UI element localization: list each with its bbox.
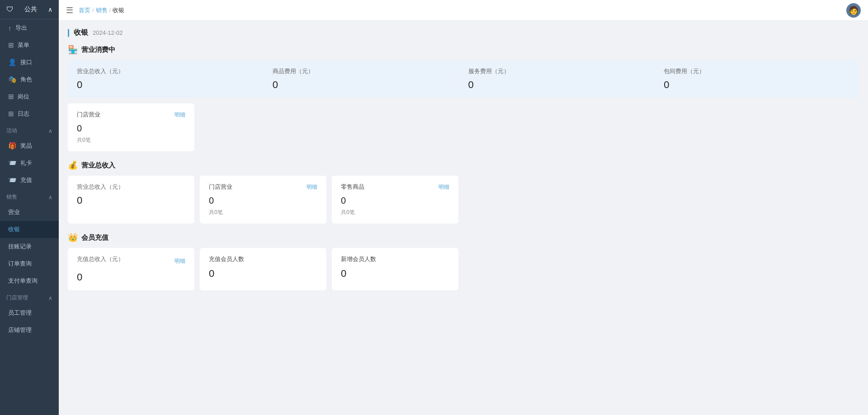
sidebar-item-label: 店铺管理: [8, 326, 32, 334]
stat-room-fee: 包间费用（元） 0: [655, 67, 850, 91]
stat-value: 0: [341, 268, 449, 280]
prize-icon: 🎁: [8, 142, 17, 150]
sidebar-item-pending[interactable]: 挂账记录: [0, 238, 59, 255]
stat-label: 包间费用（元）: [664, 67, 841, 75]
card-body: 0 共0笔: [77, 123, 185, 144]
page-content: 收银 2024-12-02 🏪 营业消费中 营业总收入（元） 0 商品费用（元）…: [59, 21, 868, 415]
sales-group-label: 销售: [6, 193, 17, 201]
sidebar-item-label: 接口: [20, 58, 32, 66]
sidebar-item-label: 支付单查询: [8, 277, 38, 285]
sidebar-item-label: 订单查询: [8, 260, 32, 268]
stat-service-fee: 服务费用（元） 0: [459, 67, 655, 91]
stat-label: 营业总收入（元）: [77, 183, 185, 191]
stat-label: 商品费用（元）: [273, 67, 450, 75]
stat-value: 0: [273, 79, 450, 91]
sidebar-item-label: 奖品: [20, 142, 32, 150]
sidebar-item-payment[interactable]: 支付单查询: [0, 272, 59, 289]
total-revenue-main-card: 营业总收入（元） 0: [68, 176, 194, 224]
store-group[interactable]: 门店管理 ∧: [0, 289, 59, 304]
chevron-up-icon: ∧: [48, 194, 52, 201]
store-revenue-card: 门店营业 明细 0 共0笔: [200, 176, 326, 224]
chevron-up-icon: ∧: [48, 128, 52, 134]
stat-goods-fee: 商品费用（元） 0: [264, 67, 459, 91]
section-member-recharge-header: 👑 会员充值: [68, 233, 859, 242]
sidebar-item-label: 角色: [20, 75, 32, 84]
stat-value: 0: [77, 195, 185, 206]
sidebar-item-label: 收银: [8, 225, 20, 233]
detail-link[interactable]: 明细: [175, 111, 185, 119]
recharge-icon: 📨: [8, 176, 17, 184]
sidebar-item-storemgmt[interactable]: 店铺管理: [0, 322, 59, 339]
export-icon: ↑: [8, 24, 12, 32]
sidebar-item-label: 导出: [15, 24, 27, 32]
card-sub: 共0笔: [341, 209, 449, 216]
shield-icon: 🛡: [6, 5, 14, 14]
sidebar-header: 🛡 公共 ∧: [0, 0, 59, 19]
breadcrumb-sales[interactable]: 销售: [96, 6, 108, 14]
sidebar-item[interactable]: ⊞ 日志: [0, 105, 59, 122]
section-total-revenue-header: 💰 营业总收入: [68, 160, 859, 170]
sidebar-item-label: 日志: [18, 110, 29, 118]
recharge-member-count-card: 充值会员人数 0: [200, 248, 326, 290]
menu-icon: ⊞: [8, 41, 14, 49]
sidebar-item-label: 挂账记录: [8, 242, 32, 251]
detail-link[interactable]: 明细: [439, 183, 449, 191]
member-recharge-icon: 👑: [68, 233, 78, 242]
store-group-label: 门店管理: [6, 294, 28, 302]
card-title: 新增会员人数: [341, 255, 449, 263]
stat-value: 0: [209, 268, 317, 280]
sidebar-item[interactable]: 🎁 奖品: [0, 137, 59, 154]
topbar: ☰ 首页 / 销售 / 收银 🧑: [59, 0, 868, 21]
stat-label: 充值总收入（元）: [77, 255, 124, 263]
section-business-active-header: 🏪 营业消费中: [68, 45, 859, 55]
recharge-total-card: 充值总收入（元） 明细 0: [68, 248, 194, 290]
sidebar-item[interactable]: 👤 接口: [0, 54, 59, 71]
interface-icon: 👤: [8, 58, 17, 66]
detail-link[interactable]: 明细: [175, 257, 185, 265]
role-icon: 🎭: [8, 75, 17, 84]
sidebar-item[interactable]: ⊞ 菜单: [0, 37, 59, 54]
position-icon: ⊞: [8, 93, 14, 101]
stat-value: 0: [77, 271, 185, 283]
card-value: 0: [341, 196, 449, 206]
sidebar-item-order[interactable]: 订单查询: [0, 255, 59, 272]
sidebar-item[interactable]: 🎭 角色: [0, 71, 59, 88]
card-sub: 共0笔: [209, 209, 317, 216]
section-business-active-title: 营业消费中: [81, 46, 115, 54]
card-title: 门店营业: [77, 111, 100, 119]
page-title: 收银: [74, 28, 88, 37]
avatar[interactable]: 🧑: [846, 3, 861, 18]
card-sub: 共0笔: [77, 136, 185, 144]
sidebar-item[interactable]: 📨 充值: [0, 172, 59, 189]
sidebar-item[interactable]: ↑ 导出: [0, 19, 59, 37]
section-member-recharge: 👑 会员充值 充值总收入（元） 明细 0 充值会员人数 0: [68, 233, 859, 290]
stat-total-revenue: 营业总收入（元） 0: [77, 67, 264, 91]
sidebar-item-operation[interactable]: 营业: [0, 204, 59, 221]
total-revenue-cards: 营业总收入（元） 0 门店营业 明细 0 共0笔: [68, 176, 859, 224]
activity-group-label: 活动: [6, 127, 17, 135]
sidebar-item-staff[interactable]: 员工管理: [0, 304, 59, 322]
new-member-count-card: 新增会员人数 0: [332, 248, 458, 290]
detail-link[interactable]: 明细: [307, 183, 317, 191]
stat-value: 0: [468, 79, 646, 91]
menu-toggle-icon[interactable]: ☰: [66, 5, 73, 15]
section-member-recharge-title: 会员充值: [81, 233, 108, 242]
sidebar-item-cashier[interactable]: 收银: [0, 221, 59, 238]
breadcrumb-home[interactable]: 首页: [79, 6, 90, 14]
card-title: 门店营业: [209, 183, 232, 191]
section-total-revenue-title: 营业总收入: [81, 161, 115, 170]
sidebar-item-label: 礼卡: [20, 159, 32, 167]
chevron-up-icon: ∧: [48, 6, 52, 13]
business-active-icon: 🏪: [68, 45, 78, 55]
sidebar-item[interactable]: 📨 礼卡: [0, 154, 59, 172]
member-recharge-cards: 充值总收入（元） 明细 0 充值会员人数 0 新增会员人数 0: [68, 248, 859, 290]
activity-group[interactable]: 活动 ∧: [0, 122, 59, 137]
sidebar-item[interactable]: ⊞ 岗位: [0, 88, 59, 105]
sales-group[interactable]: 销售 ∧: [0, 189, 59, 204]
sidebar-item-label: 充值: [20, 176, 32, 184]
stat-value: 0: [77, 79, 254, 91]
card-header: 门店营业 明细: [77, 111, 185, 119]
card-value: 0: [77, 123, 185, 134]
retail-revenue-card: 零售商品 明细 0 共0笔: [332, 176, 458, 224]
breadcrumb-current: 收银: [113, 6, 124, 14]
